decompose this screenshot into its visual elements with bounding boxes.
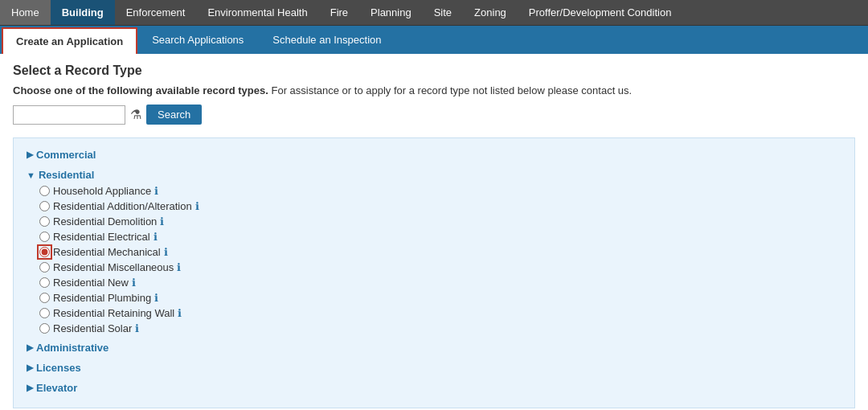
label-residential-mechanical[interactable]: Residential Mechanical <box>53 246 161 258</box>
category-administrative: ▶ Administrative <box>27 339 841 356</box>
record-item-residential-mechanical: Residential Mechanicalℹ <box>39 244 841 260</box>
category-header-administrative[interactable]: ▶ Administrative <box>27 339 841 356</box>
label-residential-plumbing[interactable]: Residential Plumbing <box>53 292 151 304</box>
radio-residential-solar[interactable] <box>39 323 50 334</box>
radio-residential-addition-alteration[interactable] <box>39 201 50 211</box>
category-residential: ▼ ResidentialHousehold ApplianceℹResiden… <box>27 166 841 336</box>
category-arrow-licenses: ▶ <box>27 363 33 373</box>
top-nav-item-environmental-health[interactable]: Environmental Health <box>196 0 318 25</box>
category-arrow-residential: ▼ <box>27 170 35 180</box>
radio-residential-new[interactable] <box>39 277 50 288</box>
description-bold: Choose one of the following available re… <box>13 84 268 96</box>
record-item-household-appliance: Household Applianceℹ <box>39 183 841 199</box>
category-header-elevator[interactable]: ▶ Elevator <box>27 379 841 396</box>
category-items-residential: Household ApplianceℹResidential Addition… <box>27 183 841 336</box>
category-label-administrative: Administrative <box>36 342 108 354</box>
category-header-residential[interactable]: ▼ Residential <box>27 166 841 183</box>
category-label-elevator: Elevator <box>36 382 77 394</box>
info-icon-residential-miscellaneous[interactable]: ℹ <box>177 261 181 273</box>
category-label-residential: Residential <box>39 169 94 181</box>
radio-residential-electrical[interactable] <box>39 232 50 242</box>
info-icon-residential-new[interactable]: ℹ <box>132 277 136 289</box>
top-nav-item-site[interactable]: Site <box>423 0 463 25</box>
category-arrow-administrative: ▶ <box>27 342 33 353</box>
label-residential-new[interactable]: Residential New <box>53 277 129 289</box>
label-residential-miscellaneous[interactable]: Residential Miscellaneous <box>53 261 174 273</box>
filter-icon[interactable]: ⚗ <box>130 107 141 122</box>
top-nav-item-enforcement[interactable]: Enforcement <box>115 0 197 25</box>
record-item-residential-retaining-wall: Residential Retaining Wallℹ <box>39 305 841 321</box>
category-header-licenses[interactable]: ▶ Licenses <box>27 359 841 376</box>
label-household-appliance[interactable]: Household Appliance <box>53 185 151 197</box>
info-icon-household-appliance[interactable]: ℹ <box>154 185 158 197</box>
search-button[interactable]: Search <box>146 105 202 125</box>
main-content: Select a Record Type Choose one of the f… <box>0 54 868 410</box>
info-icon-residential-electrical[interactable]: ℹ <box>154 231 158 243</box>
top-nav-item-proffer[interactable]: Proffer/Development Condition <box>518 0 683 25</box>
info-icon-residential-demolition[interactable]: ℹ <box>160 215 164 228</box>
radio-residential-mechanical[interactable] <box>39 247 50 257</box>
radio-household-appliance[interactable] <box>39 186 50 196</box>
info-icon-residential-addition-alteration[interactable]: ℹ <box>195 200 199 212</box>
top-nav-item-planning[interactable]: Planning <box>359 0 423 25</box>
page-title: Select a Record Type <box>13 64 855 78</box>
record-item-residential-addition-alteration: Residential Addition/Alterationℹ <box>39 199 841 214</box>
info-icon-residential-retaining-wall[interactable]: ℹ <box>178 307 182 319</box>
record-item-residential-demolition: Residential Demolitionℹ <box>39 214 841 229</box>
sub-nav-item-create-application[interactable]: Create an Application <box>2 27 137 54</box>
info-icon-residential-plumbing[interactable]: ℹ <box>154 292 158 304</box>
record-list: ▶ Commercial▼ ResidentialHousehold Appli… <box>13 137 855 408</box>
radio-residential-plumbing[interactable] <box>39 293 50 303</box>
category-arrow-elevator: ▶ <box>27 383 33 393</box>
radio-residential-miscellaneous[interactable] <box>39 262 50 273</box>
record-item-residential-solar: Residential Solarℹ <box>39 321 841 336</box>
label-residential-retaining-wall[interactable]: Residential Retaining Wall <box>53 307 174 319</box>
info-icon-residential-solar[interactable]: ℹ <box>135 322 139 334</box>
category-header-commercial[interactable]: ▶ Commercial <box>27 146 841 163</box>
top-nav-item-home[interactable]: Home <box>0 0 51 25</box>
label-residential-electrical[interactable]: Residential Electrical <box>53 231 150 243</box>
description-normal: For assistance or to apply for a record … <box>271 84 632 96</box>
sub-nav: Create an ApplicationSearch Applications… <box>0 26 868 54</box>
radio-residential-demolition[interactable] <box>39 216 50 227</box>
category-label-commercial: Commercial <box>36 149 96 161</box>
info-icon-residential-mechanical[interactable]: ℹ <box>164 246 168 258</box>
top-nav-item-fire[interactable]: Fire <box>319 0 359 25</box>
category-label-licenses: Licenses <box>36 362 81 374</box>
label-residential-addition-alteration[interactable]: Residential Addition/Alteration <box>53 200 192 212</box>
search-input[interactable] <box>13 105 125 125</box>
sub-nav-item-schedule-inspection[interactable]: Schedule an Inspection <box>258 26 395 54</box>
record-item-residential-miscellaneous: Residential Miscellaneousℹ <box>39 260 841 275</box>
category-arrow-commercial: ▶ <box>27 150 33 160</box>
radio-residential-retaining-wall[interactable] <box>39 308 50 318</box>
top-nav-item-zoning[interactable]: Zoning <box>463 0 518 25</box>
search-bar: ⚗ Search <box>13 105 855 125</box>
sub-nav-item-search-applications[interactable]: Search Applications <box>137 26 258 54</box>
label-residential-demolition[interactable]: Residential Demolition <box>53 215 157 228</box>
category-elevator: ▶ Elevator <box>27 379 841 396</box>
top-nav-item-building[interactable]: Building <box>51 0 115 25</box>
record-item-residential-new: Residential Newℹ <box>39 275 841 290</box>
record-item-residential-plumbing: Residential Plumbingℹ <box>39 290 841 305</box>
top-nav: HomeBuildingEnforcementEnvironmental Hea… <box>0 0 868 26</box>
category-licenses: ▶ Licenses <box>27 359 841 376</box>
record-item-residential-electrical: Residential Electricalℹ <box>39 229 841 244</box>
category-commercial: ▶ Commercial <box>27 146 841 163</box>
description: Choose one of the following available re… <box>13 84 855 96</box>
label-residential-solar[interactable]: Residential Solar <box>53 322 132 334</box>
